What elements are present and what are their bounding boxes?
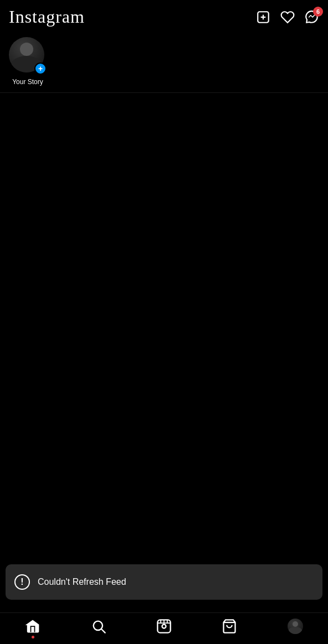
add-icon [256, 10, 270, 24]
add-post-button[interactable] [256, 10, 270, 24]
story-avatar-wrap [9, 37, 47, 75]
error-message: Couldn't Refresh Feed [38, 577, 126, 587]
home-active-dot [32, 636, 34, 638]
svg-line-4 [101, 629, 105, 632]
story-item-your-story[interactable]: Your Story [8, 37, 48, 86]
bottom-nav [0, 612, 328, 644]
instagram-logo: Instagram [9, 7, 85, 27]
feed-area [0, 93, 328, 536]
error-icon: ! [14, 574, 30, 590]
error-toast: ! Couldn't Refresh Feed [6, 564, 322, 600]
nav-reels[interactable] [156, 619, 172, 634]
shop-icon [222, 619, 237, 634]
app-header: Instagram 6 [0, 0, 328, 32]
header-icons: 6 [256, 10, 319, 24]
heart-icon [280, 10, 295, 24]
nav-shop[interactable] [222, 619, 237, 634]
nav-home[interactable] [25, 619, 40, 634]
nav-search[interactable] [91, 619, 106, 634]
story-label: Your Story [12, 78, 43, 86]
search-icon [91, 619, 106, 634]
add-story-button[interactable] [34, 63, 47, 75]
reels-icon [156, 619, 172, 634]
profile-avatar [288, 619, 303, 634]
home-icon [25, 619, 40, 634]
nav-profile[interactable] [288, 619, 303, 634]
messages-badge: 6 [313, 7, 323, 17]
messages-button[interactable]: 6 [305, 10, 319, 24]
stories-section: Your Story [0, 32, 328, 93]
notifications-button[interactable] [280, 10, 295, 24]
svg-point-6 [162, 625, 166, 629]
